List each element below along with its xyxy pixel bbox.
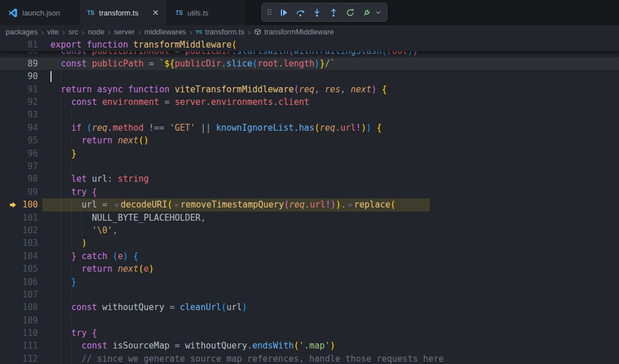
line-number[interactable]: 90 — [19, 70, 38, 83]
code-line-110[interactable]: 110 try { — [0, 327, 619, 339]
code-line-90[interactable]: 90 — [0, 70, 619, 83]
tab-transform-ts[interactable]: TS transform.ts ✕ — [79, 0, 167, 25]
line-number[interactable]: 101 — [19, 212, 38, 224]
line-number[interactable]: 111 — [19, 339, 38, 352]
code-line-104[interactable]: 104 } catch (e) { — [0, 250, 619, 263]
glyph-margin[interactable] — [0, 314, 19, 327]
breadcrumb-item-vite[interactable]: vite — [47, 28, 58, 36]
sticky-line[interactable]: 81export function transformMiddleware( — [0, 38, 619, 51]
tab-utils-ts[interactable]: TS utils.ts — [167, 0, 246, 25]
line-number[interactable]: 98 — [19, 173, 38, 185]
line-number[interactable]: 102 — [19, 224, 38, 237]
glyph-margin[interactable] — [0, 134, 19, 147]
glyph-margin[interactable] — [0, 276, 19, 288]
breadcrumb-item-middlewares[interactable]: middlewares — [144, 28, 186, 36]
line-number[interactable]: 89 — [19, 57, 38, 70]
inline-breakpoint-dot[interactable]: ● — [173, 202, 181, 208]
sticky-scroll[interactable]: 81export function transformMiddleware( — [0, 38, 619, 51]
glyph-margin[interactable] — [0, 38, 19, 51]
line-number[interactable]: 107 — [19, 288, 38, 301]
glyph-margin[interactable] — [0, 70, 19, 83]
line-number[interactable]: 109 — [19, 314, 38, 327]
line-number[interactable]: 108 — [19, 301, 38, 314]
glyph-margin[interactable] — [0, 198, 19, 211]
inline-breakpoint-dot[interactable]: ● — [112, 202, 120, 208]
line-number[interactable]: 91 — [19, 83, 38, 96]
code-line-112[interactable]: 112 // since we generate source map refe… — [0, 353, 619, 364]
code-line-91[interactable]: 91 return async function viteTransformMi… — [0, 83, 619, 96]
code-line-108[interactable]: 108 const withoutQuery = cleanUrl(url) — [0, 301, 619, 314]
code-line-93[interactable]: 93 — [0, 108, 619, 121]
continue-button[interactable] — [276, 5, 291, 20]
code-line-96[interactable]: 96 } — [0, 147, 619, 160]
code-line-109[interactable]: 109 — [0, 314, 619, 327]
line-number[interactable]: 81 — [19, 38, 38, 51]
glyph-margin[interactable] — [0, 147, 19, 160]
step-over-button[interactable] — [293, 5, 308, 20]
line-number[interactable]: 92 — [19, 96, 38, 108]
tab-launch-json[interactable]: launch.json — [0, 0, 79, 25]
restart-button[interactable] — [343, 5, 358, 20]
code-line-103[interactable]: 103 ) — [0, 237, 619, 249]
code-line-111[interactable]: 111 const isSourceMap = withoutQuery.end… — [0, 339, 619, 352]
glyph-margin[interactable] — [0, 186, 19, 198]
code-line-98[interactable]: 98 let url: string — [0, 173, 619, 185]
line-number[interactable]: 97 — [19, 160, 38, 173]
glyph-margin[interactable] — [0, 353, 19, 364]
glyph-margin[interactable] — [0, 212, 19, 224]
line-number[interactable]: 105 — [19, 263, 38, 275]
breadcrumb-item-transformmiddleware[interactable]: transformMiddleware — [254, 28, 334, 36]
code-line-105[interactable]: 105 return next(e) — [0, 263, 619, 275]
editor[interactable]: 88 const publicDirInRoot = publicDir.sta… — [0, 38, 619, 364]
code-line-100[interactable]: 100 url = ●decodeURI(●removeTimestampQue… — [0, 198, 619, 211]
line-number[interactable]: 103 — [19, 237, 38, 249]
glyph-margin[interactable] — [0, 83, 19, 96]
code-line-89[interactable]: 89 const publicPath = `${publicDir.slice… — [0, 57, 619, 70]
line-number[interactable]: 99 — [19, 186, 38, 198]
code-line-101[interactable]: 101 NULL_BYTE_PLACEHOLDER, — [0, 212, 619, 224]
glyph-margin[interactable] — [0, 122, 19, 134]
line-number[interactable]: 110 — [19, 327, 38, 339]
step-into-button[interactable] — [310, 5, 324, 20]
line-number[interactable]: 112 — [19, 353, 38, 364]
line-number[interactable]: 104 — [19, 250, 38, 263]
glyph-margin[interactable] — [0, 288, 19, 301]
glyph-margin[interactable] — [0, 327, 19, 339]
line-number[interactable]: 106 — [19, 276, 38, 288]
glyph-margin[interactable] — [0, 263, 19, 275]
code-line-99[interactable]: 99 try { — [0, 186, 619, 198]
breadcrumb-item-packages[interactable]: packages — [6, 28, 38, 36]
line-number[interactable]: 96 — [19, 147, 38, 160]
disconnect-button[interactable] — [359, 5, 374, 20]
glyph-margin[interactable] — [0, 224, 19, 237]
line-number[interactable]: 93 — [19, 108, 38, 121]
line-number[interactable]: 95 — [19, 134, 38, 147]
code-line-92[interactable]: 92 const environment = server.environmen… — [0, 96, 619, 108]
glyph-margin[interactable] — [0, 339, 19, 352]
drag-handle[interactable]: ⠿ — [267, 8, 272, 17]
chevron-down-icon[interactable] — [374, 5, 382, 20]
code-line-95[interactable]: 95 return next() — [0, 134, 619, 147]
close-icon[interactable]: ✕ — [152, 9, 159, 17]
glyph-margin[interactable] — [0, 108, 19, 121]
breadcrumb-item-node[interactable]: node — [88, 28, 104, 36]
inline-breakpoint-dot[interactable]: ● — [346, 202, 354, 208]
breadcrumb-item-src[interactable]: src — [68, 28, 78, 36]
code-line-97[interactable]: 97 — [0, 160, 619, 173]
code-line-107[interactable]: 107 — [0, 288, 619, 301]
step-out-button[interactable] — [326, 5, 341, 20]
code-line-102[interactable]: 102 '\0', — [0, 224, 619, 237]
glyph-margin[interactable] — [0, 57, 19, 70]
glyph-margin[interactable] — [0, 96, 19, 108]
glyph-margin[interactable] — [0, 250, 19, 263]
line-number[interactable]: 94 — [19, 122, 38, 134]
glyph-margin[interactable] — [0, 173, 19, 185]
glyph-margin[interactable] — [0, 301, 19, 314]
glyph-margin[interactable] — [0, 237, 19, 249]
code-line-94[interactable]: 94 if (req.method !== 'GET' || knownIgno… — [0, 122, 619, 134]
breadcrumb-item-server[interactable]: server — [114, 28, 135, 36]
code-line-106[interactable]: 106 } — [0, 276, 619, 288]
glyph-margin[interactable] — [0, 160, 19, 173]
breadcrumb-item-transform-ts[interactable]: TStransform.ts — [195, 28, 244, 36]
line-number[interactable]: 100 — [19, 198, 38, 211]
